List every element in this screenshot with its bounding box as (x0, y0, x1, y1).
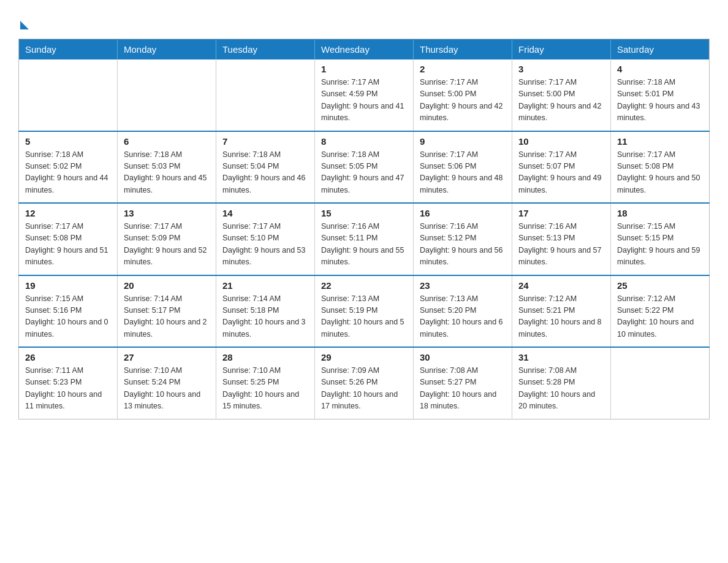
weekday-header-monday: Monday (118, 39, 216, 60)
calendar-week-row: 5Sunrise: 7:18 AM Sunset: 5:02 PM Daylig… (19, 131, 710, 204)
calendar-cell: 17Sunrise: 7:16 AM Sunset: 5:13 PM Dayli… (512, 203, 611, 275)
calendar-cell (19, 59, 118, 131)
day-info: Sunrise: 7:12 AM Sunset: 5:21 PM Dayligh… (518, 293, 604, 341)
day-number: 5 (25, 136, 111, 147)
calendar-cell (216, 59, 315, 131)
day-info: Sunrise: 7:09 AM Sunset: 5:26 PM Dayligh… (321, 365, 407, 413)
day-info: Sunrise: 7:16 AM Sunset: 5:13 PM Dayligh… (518, 221, 604, 269)
day-number: 20 (124, 280, 210, 291)
page-header (18, 12, 710, 26)
day-info: Sunrise: 7:18 AM Sunset: 5:04 PM Dayligh… (222, 149, 308, 197)
day-info: Sunrise: 7:18 AM Sunset: 5:05 PM Dayligh… (321, 149, 407, 197)
day-info: Sunrise: 7:16 AM Sunset: 5:12 PM Dayligh… (420, 221, 506, 269)
calendar-cell: 7Sunrise: 7:18 AM Sunset: 5:04 PM Daylig… (216, 131, 315, 204)
day-number: 28 (222, 352, 308, 362)
weekday-header-thursday: Thursday (414, 39, 512, 60)
day-number: 15 (321, 208, 407, 218)
calendar-table: SundayMondayTuesdayWednesdayThursdayFrid… (18, 39, 710, 419)
calendar-cell: 4Sunrise: 7:18 AM Sunset: 5:01 PM Daylig… (611, 59, 710, 131)
day-number: 1 (321, 64, 407, 74)
weekday-header-saturday: Saturday (611, 39, 710, 60)
day-info: Sunrise: 7:17 AM Sunset: 4:59 PM Dayligh… (321, 77, 407, 124)
calendar-cell: 6Sunrise: 7:18 AM Sunset: 5:03 PM Daylig… (118, 131, 216, 204)
day-number: 31 (518, 352, 604, 362)
day-number: 18 (617, 208, 703, 218)
weekday-header-row: SundayMondayTuesdayWednesdayThursdayFrid… (19, 39, 710, 60)
day-info: Sunrise: 7:17 AM Sunset: 5:08 PM Dayligh… (25, 221, 111, 269)
day-number: 11 (617, 136, 703, 147)
day-info: Sunrise: 7:17 AM Sunset: 5:06 PM Dayligh… (420, 149, 506, 197)
day-number: 10 (518, 136, 604, 147)
day-info: Sunrise: 7:18 AM Sunset: 5:02 PM Dayligh… (25, 149, 111, 197)
calendar-cell: 5Sunrise: 7:18 AM Sunset: 5:02 PM Daylig… (19, 131, 118, 204)
day-info: Sunrise: 7:17 AM Sunset: 5:10 PM Dayligh… (222, 221, 308, 269)
day-number: 27 (124, 352, 210, 362)
day-number: 22 (321, 280, 407, 291)
calendar-week-row: 1Sunrise: 7:17 AM Sunset: 4:59 PM Daylig… (19, 59, 710, 131)
calendar-cell: 2Sunrise: 7:17 AM Sunset: 5:00 PM Daylig… (414, 59, 512, 131)
calendar-cell: 13Sunrise: 7:17 AM Sunset: 5:09 PM Dayli… (118, 203, 216, 275)
day-number: 30 (420, 352, 506, 362)
day-number: 12 (25, 208, 111, 218)
day-info: Sunrise: 7:17 AM Sunset: 5:07 PM Dayligh… (518, 149, 604, 197)
calendar-cell: 12Sunrise: 7:17 AM Sunset: 5:08 PM Dayli… (19, 203, 118, 275)
day-info: Sunrise: 7:18 AM Sunset: 5:03 PM Dayligh… (124, 149, 210, 197)
day-info: Sunrise: 7:10 AM Sunset: 5:24 PM Dayligh… (124, 365, 210, 413)
day-info: Sunrise: 7:14 AM Sunset: 5:18 PM Dayligh… (222, 293, 308, 341)
calendar-cell: 31Sunrise: 7:08 AM Sunset: 5:28 PM Dayli… (512, 347, 611, 419)
calendar-cell: 21Sunrise: 7:14 AM Sunset: 5:18 PM Dayli… (216, 275, 315, 348)
calendar-cell: 15Sunrise: 7:16 AM Sunset: 5:11 PM Dayli… (315, 203, 414, 275)
calendar-cell: 27Sunrise: 7:10 AM Sunset: 5:24 PM Dayli… (118, 347, 216, 419)
weekday-header-tuesday: Tuesday (216, 39, 315, 60)
calendar-cell: 24Sunrise: 7:12 AM Sunset: 5:21 PM Dayli… (512, 275, 611, 348)
calendar-cell: 16Sunrise: 7:16 AM Sunset: 5:12 PM Dayli… (414, 203, 512, 275)
day-info: Sunrise: 7:15 AM Sunset: 5:15 PM Dayligh… (617, 221, 703, 269)
calendar-cell: 26Sunrise: 7:11 AM Sunset: 5:23 PM Dayli… (19, 347, 118, 419)
day-info: Sunrise: 7:14 AM Sunset: 5:17 PM Dayligh… (124, 293, 210, 341)
calendar-week-row: 12Sunrise: 7:17 AM Sunset: 5:08 PM Dayli… (19, 203, 710, 275)
calendar-week-row: 26Sunrise: 7:11 AM Sunset: 5:23 PM Dayli… (19, 347, 710, 419)
day-info: Sunrise: 7:17 AM Sunset: 5:08 PM Dayligh… (617, 149, 703, 197)
day-info: Sunrise: 7:16 AM Sunset: 5:11 PM Dayligh… (321, 221, 407, 269)
day-number: 19 (25, 280, 111, 291)
day-info: Sunrise: 7:10 AM Sunset: 5:25 PM Dayligh… (222, 365, 308, 413)
calendar-cell: 28Sunrise: 7:10 AM Sunset: 5:25 PM Dayli… (216, 347, 315, 419)
day-number: 13 (124, 208, 210, 218)
calendar-cell: 20Sunrise: 7:14 AM Sunset: 5:17 PM Dayli… (118, 275, 216, 348)
calendar-cell: 22Sunrise: 7:13 AM Sunset: 5:19 PM Dayli… (315, 275, 414, 348)
day-number: 3 (518, 64, 604, 74)
calendar-cell: 11Sunrise: 7:17 AM Sunset: 5:08 PM Dayli… (611, 131, 710, 204)
day-number: 21 (222, 280, 308, 291)
calendar-cell: 30Sunrise: 7:08 AM Sunset: 5:27 PM Dayli… (414, 347, 512, 419)
day-number: 8 (321, 136, 407, 147)
day-number: 16 (420, 208, 506, 218)
day-info: Sunrise: 7:17 AM Sunset: 5:00 PM Dayligh… (420, 77, 506, 124)
calendar-week-row: 19Sunrise: 7:15 AM Sunset: 5:16 PM Dayli… (19, 275, 710, 348)
calendar-cell: 10Sunrise: 7:17 AM Sunset: 5:07 PM Dayli… (512, 131, 611, 204)
calendar-cell: 25Sunrise: 7:12 AM Sunset: 5:22 PM Dayli… (611, 275, 710, 348)
day-info: Sunrise: 7:17 AM Sunset: 5:00 PM Dayligh… (518, 77, 604, 124)
weekday-header-wednesday: Wednesday (315, 39, 414, 60)
day-info: Sunrise: 7:11 AM Sunset: 5:23 PM Dayligh… (25, 365, 111, 413)
calendar-cell: 1Sunrise: 7:17 AM Sunset: 4:59 PM Daylig… (315, 59, 414, 131)
day-number: 9 (420, 136, 506, 147)
day-number: 25 (617, 280, 703, 291)
logo-triangle-icon (20, 21, 29, 29)
calendar-cell: 29Sunrise: 7:09 AM Sunset: 5:26 PM Dayli… (315, 347, 414, 419)
calendar-cell: 18Sunrise: 7:15 AM Sunset: 5:15 PM Dayli… (611, 203, 710, 275)
day-number: 17 (518, 208, 604, 218)
logo (18, 18, 29, 26)
calendar-cell (611, 347, 710, 419)
day-number: 29 (321, 352, 407, 362)
day-info: Sunrise: 7:18 AM Sunset: 5:01 PM Dayligh… (617, 77, 703, 124)
day-info: Sunrise: 7:08 AM Sunset: 5:28 PM Dayligh… (518, 365, 604, 413)
calendar-cell (118, 59, 216, 131)
calendar-cell: 23Sunrise: 7:13 AM Sunset: 5:20 PM Dayli… (414, 275, 512, 348)
day-info: Sunrise: 7:12 AM Sunset: 5:22 PM Dayligh… (617, 293, 703, 341)
day-info: Sunrise: 7:13 AM Sunset: 5:19 PM Dayligh… (321, 293, 407, 341)
calendar-cell: 8Sunrise: 7:18 AM Sunset: 5:05 PM Daylig… (315, 131, 414, 204)
day-number: 23 (420, 280, 506, 291)
day-info: Sunrise: 7:15 AM Sunset: 5:16 PM Dayligh… (25, 293, 111, 341)
day-number: 7 (222, 136, 308, 147)
day-info: Sunrise: 7:08 AM Sunset: 5:27 PM Dayligh… (420, 365, 506, 413)
